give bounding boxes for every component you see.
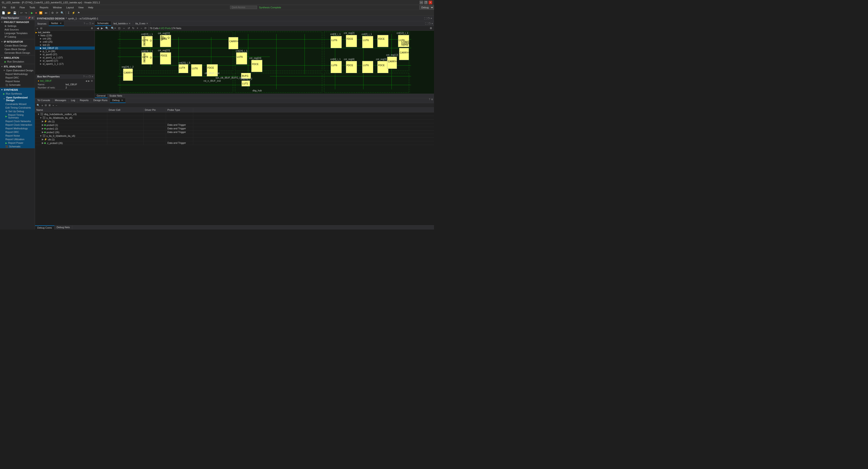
nav-constraints-wizard[interactable]: Constraints Wizard — [0, 102, 35, 106]
tree-cnt[interactable]: ▶ cnt (26) — [35, 37, 95, 40]
sch-settings-btn[interactable]: ⚙ — [429, 26, 433, 30]
schematic-canvas[interactable]: LUT6 I0 I1 I2 I3 I4 I5 O cnt[22]_i_1 FDC… — [95, 31, 434, 94]
debug-minus-btn[interactable]: − — [55, 104, 58, 107]
nav-open-synth-design[interactable]: ▼ Open Synthesized Design — [0, 96, 35, 102]
sch-back-btn[interactable]: ◀ — [96, 26, 100, 30]
menu-view[interactable]: View — [76, 6, 86, 9]
menu-help[interactable]: Help — [86, 6, 96, 9]
flow-nav-question[interactable]: ? — [26, 17, 27, 19]
sch-plus-btn[interactable]: + — [136, 26, 139, 30]
netlist-tab-close[interactable]: ✕ — [60, 22, 62, 25]
nav-open-block[interactable]: Open Block Design — [0, 47, 35, 51]
tab-schematic[interactable]: Schematic — [95, 21, 111, 26]
design-restore-icon[interactable]: ❐ — [428, 17, 430, 20]
save-button[interactable]: 💾 — [12, 11, 18, 15]
bus-net-restore[interactable]: ❐ — [89, 75, 91, 78]
sources-close[interactable]: ✕ — [92, 22, 94, 25]
tab-ila-veo[interactable]: ila_0.veo ✕ — [133, 22, 151, 26]
tab-messages[interactable]: Messages — [53, 98, 69, 103]
col-name[interactable]: Name — [35, 108, 107, 112]
step-out-button[interactable]: ⏭ — [44, 11, 48, 15]
col-driver-pin[interactable]: Driver Pin — [144, 108, 166, 112]
sources-question[interactable]: ? — [84, 22, 85, 25]
nav-rtl-schematic[interactable]: ⬛ Schematic — [0, 83, 35, 87]
tab-log[interactable]: Log — [69, 98, 78, 103]
tab-reports[interactable]: Reports — [78, 98, 91, 103]
nav-synthesis[interactable]: ▼ SYNTHESIS — [0, 88, 35, 92]
debug-tab-close[interactable]: ✕ — [121, 99, 123, 102]
nav-synth-drc[interactable]: Report DRC — [0, 130, 35, 134]
tree-led[interactable]: ▶ led (2) — [35, 43, 95, 46]
design-expand-icon[interactable]: ⛶ — [424, 17, 427, 20]
step-button[interactable]: ⏩ — [38, 11, 43, 15]
bus-net-close[interactable]: ✕ — [92, 75, 93, 78]
bus-net-question[interactable]: ? — [83, 75, 85, 78]
restore-button[interactable]: ❐ — [424, 1, 428, 4]
sch-select-btn[interactable]: ↔ — [122, 26, 126, 30]
bus-net-next[interactable]: ▶ — [88, 80, 90, 82]
nav-edit-timing[interactable]: Edit Timing Constraints — [0, 106, 35, 109]
flow-nav-pin[interactable]: 📌 — [28, 17, 31, 19]
led-v-close[interactable]: ✕ — [129, 22, 131, 25]
redo-button[interactable]: ↪ — [24, 11, 28, 15]
menu-flow[interactable]: Flow — [18, 6, 27, 9]
nav-ip-integrator[interactable]: ▼ IP INTEGRATOR — [0, 40, 35, 44]
tab-scalar-nets[interactable]: Scalar Nets — [107, 94, 124, 98]
sch-close-icon[interactable]: ✕ — [431, 22, 433, 25]
tab-debug[interactable]: Debug ✕ — [110, 98, 126, 103]
sources-expand-btn[interactable]: ≡ — [36, 27, 39, 30]
sources-settings-btn[interactable]: ⚙ — [90, 27, 94, 30]
tab-debug-nets[interactable]: Debug Nets — [55, 226, 72, 230]
col-driver-cell[interactable]: Driver Cell — [107, 108, 144, 112]
bus-net-minimize[interactable]: — — [85, 75, 88, 78]
nav-run-simulation[interactable]: ▶ Run Simulation — [0, 60, 35, 63]
bottom-settings[interactable]: ⚙ — [431, 98, 433, 103]
settings-button[interactable]: ⚙ — [51, 11, 55, 15]
nav-add-sources[interactable]: Add Sources — [0, 28, 35, 31]
debug-row-uila0[interactable]: ▼ ⬛ u_ila_0(labtools_ila_v6) — [35, 116, 434, 120]
nav-report-timing[interactable]: ▶ Report Timing Summary — [0, 113, 35, 120]
debug-row-dbghub[interactable]: ▼ ⬛ dbg_hub(labtools_xsdbm_v3) — [35, 112, 434, 116]
nav-create-block[interactable]: Create Block Design — [0, 44, 35, 47]
debug-add-btn[interactable]: ⊞ — [48, 104, 51, 107]
debug-row-probe1[interactable]: ▶ ◆ probe1 (2) Data and Trigger — [35, 127, 434, 130]
nav-rtl-analysis[interactable]: ▼ RTL ANALYSIS — [0, 65, 35, 69]
debug-row-zprobe0[interactable]: ▶ ◆ .z_probe0 (26) Data and Trigger — [35, 141, 434, 145]
menu-reports[interactable]: Reports — [37, 6, 51, 9]
undo-button[interactable]: ↩ — [20, 11, 24, 15]
nav-rtl-noise[interactable]: Report Noise — [0, 79, 35, 83]
nav-rtl-drc[interactable]: Report DRC — [0, 76, 35, 79]
menu-file[interactable]: File — [0, 6, 8, 9]
tree-sl-oport0[interactable]: ▶ sl_oport0 (17) — [35, 59, 95, 62]
nav-language-templates[interactable]: Language Templates — [0, 31, 35, 35]
nav-generate-block[interactable]: Generate Block Design — [0, 51, 35, 55]
sch-fit-btn[interactable]: ⊡ — [117, 26, 121, 30]
nav-simulation[interactable]: ▼ SIMULATION — [0, 56, 35, 60]
stop-button[interactable]: ■ — [34, 11, 38, 15]
tab-design-runs[interactable]: Design Runs — [91, 98, 110, 103]
sch-zoom-in-btn[interactable]: 🔍+ — [110, 26, 117, 30]
new-button[interactable]: 📄 — [1, 11, 6, 15]
debug-expand-btn[interactable]: ≡ — [41, 104, 43, 107]
sch-forward-btn[interactable]: ▶ — [100, 26, 104, 30]
zoom-button[interactable]: 🔍 — [60, 11, 65, 15]
open-button[interactable]: 📂 — [6, 11, 12, 15]
sch-expand-icon[interactable]: ⛶ — [425, 22, 428, 25]
debug-search-btn[interactable]: 🔍 — [36, 104, 40, 107]
nav-rtl-methodology[interactable]: Report Methodology — [0, 72, 35, 76]
nav-synth-noise[interactable]: Report Noise — [0, 134, 35, 137]
tree-sl-iport1[interactable]: ▶ sl_iport1_o_1 (37) — [35, 56, 95, 59]
flow-nav-settings[interactable]: ⚙ — [31, 17, 33, 19]
sch-restore-icon[interactable]: ❐ — [428, 22, 430, 25]
close-button[interactable]: ✕ — [429, 1, 432, 4]
tab-general[interactable]: General — [95, 94, 107, 98]
bus-net-settings[interactable]: ⚙ — [91, 80, 93, 82]
nav-synth-methodology[interactable]: Report Methodology — [0, 127, 35, 130]
debug-row-clk2[interactable]: ▶ ⚡ clk (1) — [35, 138, 434, 141]
sources-restore[interactable]: ❐ — [89, 22, 91, 25]
sch-minus-btn[interactable]: − — [140, 26, 143, 30]
design-close-icon[interactable]: ✕ — [430, 17, 432, 20]
tree-nets[interactable]: ▼ Nets (228) — [35, 34, 95, 37]
refresh-button[interactable]: ⟳ — [55, 11, 59, 15]
bottom-question[interactable]: ? — [429, 98, 430, 103]
